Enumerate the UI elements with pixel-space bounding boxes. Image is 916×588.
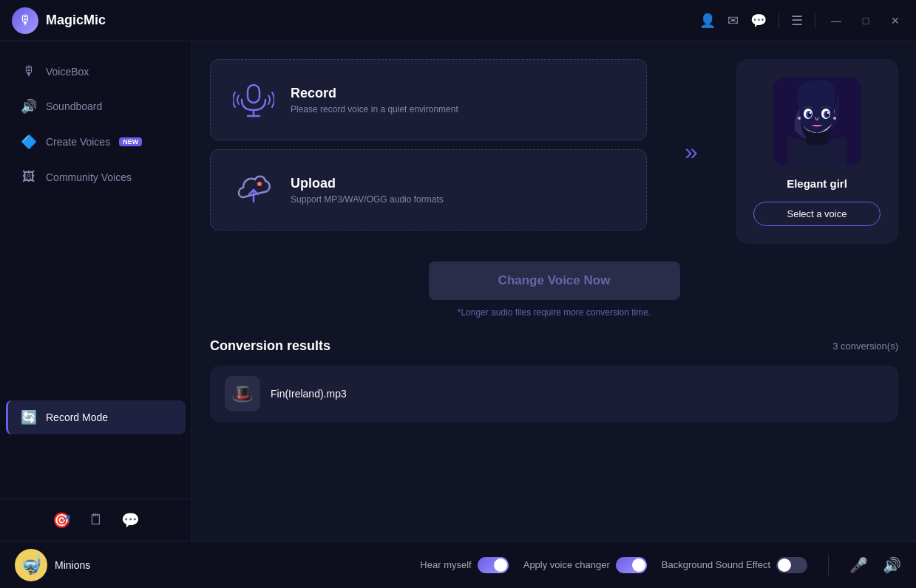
mail-icon[interactable]: ✉: [727, 13, 739, 29]
hear-myself-toggle-knob: [494, 558, 507, 572]
title-bar: 🎙 MagicMic 👤 ✉ 💬 ☰ — □ ✕: [0, 0, 916, 41]
hear-myself-control: Hear myself: [420, 557, 508, 573]
input-panels: Record Please record voice in a quiet en…: [210, 59, 647, 244]
app-title: MagicMic: [46, 13, 106, 28]
select-voice-button[interactable]: Select a voice: [753, 202, 881, 226]
new-badge: NEW: [119, 137, 142, 146]
apply-changer-control: Apply voice changer: [523, 557, 647, 573]
divider: [778, 13, 779, 28]
maximize-button[interactable]: □: [857, 12, 875, 30]
bg-sound-toggle-knob: [778, 558, 791, 572]
conversion-results-title: Conversion results: [210, 338, 330, 354]
voice-selector: Elegant girl Select a voice: [736, 59, 898, 244]
apply-changer-toggle[interactable]: [616, 557, 647, 573]
upload-icon-wrap: [231, 168, 276, 212]
volume-bottom-icon[interactable]: 🔊: [883, 556, 901, 574]
title-bar-right: 👤 ✉ 💬 ☰ — □ ✕: [699, 12, 904, 30]
record-panel-subtitle: Please record voice in a quiet environme…: [291, 104, 458, 114]
bottom-bar: 🤿 Minions Hear myself Apply voice change…: [0, 541, 916, 588]
record-panel-title: Record: [291, 86, 458, 101]
bg-sound-toggle[interactable]: [776, 557, 807, 573]
sidebar-item-record-mode[interactable]: 🔄 Record Mode: [6, 400, 186, 434]
sidebar-item-community-voices-label: Community Voices: [46, 171, 132, 183]
chat-icon[interactable]: 💬: [121, 511, 140, 529]
sidebar-nav: 🎙 VoiceBox 🔊 Soundboard 🔷 Create Voices …: [0, 41, 191, 499]
sidebar-item-create-voices-label: Create Voices: [46, 136, 110, 148]
conversion-item[interactable]: 🎩 Fin(Ireland).mp3: [210, 366, 898, 422]
create-voices-icon: 🔷: [21, 134, 37, 150]
community-voices-icon: 🖼: [21, 169, 37, 185]
sidebar-item-voicebox[interactable]: 🎙 VoiceBox: [6, 55, 186, 88]
close-button[interactable]: ✕: [886, 12, 904, 30]
bottom-controls: Hear myself Apply voice changer Backgrou…: [420, 555, 901, 575]
record-panel[interactable]: Record Please record voice in a quiet en…: [210, 59, 647, 140]
svg-point-18: [833, 117, 836, 120]
svg-point-15: [810, 112, 811, 114]
sidebar-item-soundboard[interactable]: 🔊 Soundboard: [6, 89, 186, 123]
change-voice-button[interactable]: Change Voice Now: [429, 261, 680, 300]
minions-emoji: 🤿: [20, 555, 42, 575]
svg-point-4: [257, 182, 262, 186]
microphone-icon: [233, 79, 274, 120]
conversion-header: Conversion results 3 conversion(s): [210, 338, 898, 354]
record-mode-icon: 🔄: [21, 409, 37, 425]
arrow-section: »: [662, 59, 721, 244]
panels-row: Record Please record voice in a quiet en…: [210, 59, 898, 244]
record-panel-text: Record Please record voice in a quiet en…: [291, 86, 458, 114]
bg-sound-label: Background Sound Effect: [662, 559, 770, 570]
voice-avatar: [773, 77, 861, 165]
bottom-avatar: 🤿: [15, 549, 47, 581]
conversion-thumb: 🎩: [225, 376, 260, 411]
sidebar-item-create-voices[interactable]: 🔷 Create Voices NEW: [6, 125, 186, 159]
voice-name: Elegant girl: [787, 177, 847, 190]
conversion-results-count: 3 conversion(s): [832, 341, 898, 352]
svg-point-16: [827, 112, 829, 114]
upload-icon: [233, 169, 274, 211]
upload-panel[interactable]: Upload Support MP3/WAV/OGG audio formats: [210, 149, 647, 230]
apply-changer-toggle-knob: [632, 558, 645, 572]
svg-point-17: [798, 117, 801, 120]
conversion-results: Conversion results 3 conversion(s) 🎩 Fin…: [210, 338, 898, 422]
upload-panel-subtitle: Support MP3/WAV/OGG audio formats: [291, 194, 444, 205]
conversion-file-name: Fin(Ireland).mp3: [271, 388, 347, 400]
discord-icon[interactable]: 💬: [750, 13, 767, 29]
minimize-button[interactable]: —: [827, 12, 845, 30]
main-layout: 🎙 VoiceBox 🔊 Soundboard 🔷 Create Voices …: [0, 41, 916, 541]
sidebar: 🎙 VoiceBox 🔊 Soundboard 🔷 Create Voices …: [0, 41, 192, 541]
bg-sound-control: Background Sound Effect: [662, 557, 807, 573]
record-icon-wrap: [231, 78, 276, 122]
sidebar-item-community-voices[interactable]: 🖼 Community Voices: [6, 160, 186, 194]
elegant-girl-avatar: [773, 77, 861, 165]
bottom-divider: [828, 555, 829, 575]
microphone-bottom-icon[interactable]: 🎤: [849, 556, 868, 574]
sidebar-bottom: 🎯 🗒 💬: [0, 499, 191, 541]
sidebar-item-voicebox-label: VoiceBox: [46, 66, 89, 78]
change-voice-note: *Longer audio files require more convers…: [458, 307, 651, 318]
upload-panel-text: Upload Support MP3/WAV/OGG audio formats: [291, 176, 444, 205]
change-voice-section: Change Voice Now *Longer audio files req…: [210, 261, 898, 318]
next-arrow-icon: »: [685, 138, 698, 165]
menu-icon[interactable]: ☰: [791, 13, 803, 29]
svg-rect-0: [248, 85, 259, 103]
sidebar-item-soundboard-label: Soundboard: [46, 100, 102, 112]
hear-myself-toggle[interactable]: [478, 557, 509, 573]
upload-panel-title: Upload: [291, 176, 444, 191]
user-icon[interactable]: 👤: [699, 13, 716, 29]
apply-changer-label: Apply voice changer: [523, 559, 610, 570]
settings-icon[interactable]: 🎯: [52, 511, 71, 529]
notes-icon[interactable]: 🗒: [89, 511, 104, 529]
content-area: Record Please record voice in a quiet en…: [192, 41, 916, 541]
hear-myself-label: Hear myself: [420, 559, 471, 570]
title-bar-left: 🎙 MagicMic: [12, 7, 106, 34]
voicebox-icon: 🎙: [21, 64, 37, 79]
soundboard-icon: 🔊: [21, 98, 37, 114]
sidebar-item-record-mode-label: Record Mode: [46, 411, 108, 423]
divider2: [815, 13, 815, 28]
app-logo: 🎙: [12, 7, 38, 34]
bottom-name: Minions: [55, 559, 90, 571]
